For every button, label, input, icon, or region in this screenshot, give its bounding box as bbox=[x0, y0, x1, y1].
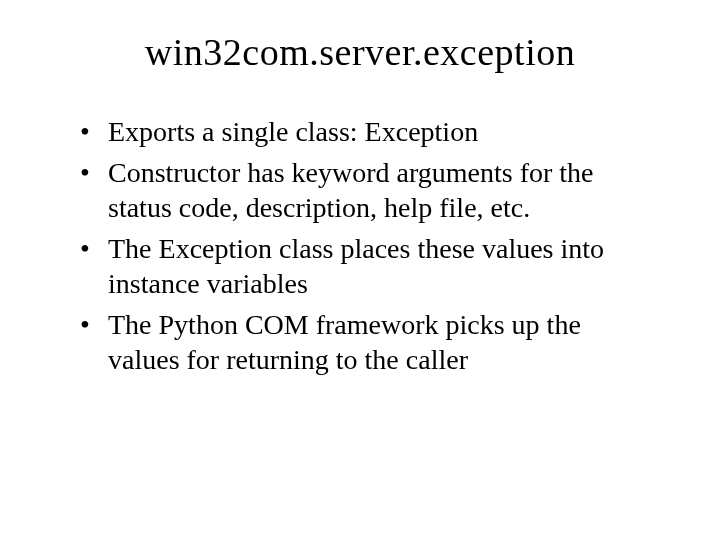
slide-title: win32com.server.exception bbox=[60, 30, 660, 74]
list-item: Exports a single class: Exception bbox=[80, 114, 650, 149]
list-item: Constructor has keyword arguments for th… bbox=[80, 155, 650, 225]
list-item: The Exception class places these values … bbox=[80, 231, 650, 301]
slide: win32com.server.exception Exports a sing… bbox=[0, 0, 720, 540]
bullet-list: Exports a single class: Exception Constr… bbox=[80, 114, 650, 377]
list-item: The Python COM framework picks up the va… bbox=[80, 307, 650, 377]
